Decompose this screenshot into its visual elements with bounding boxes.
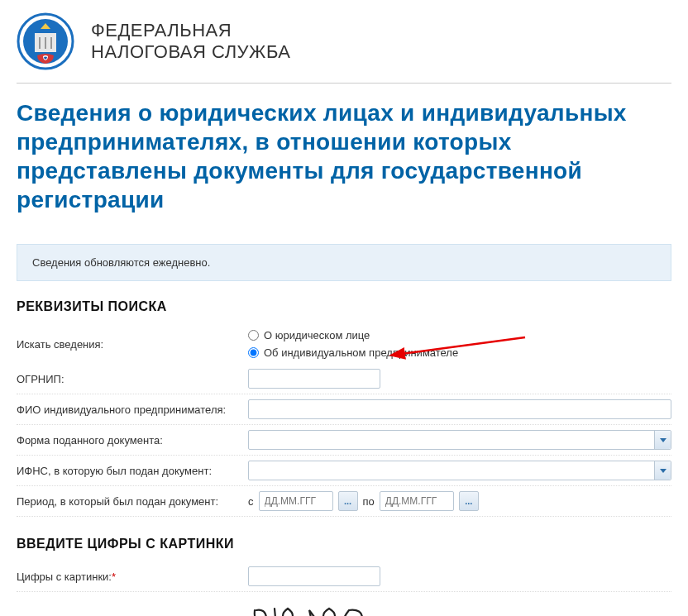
ogrnip-input[interactable] — [248, 369, 380, 389]
label-search-type: Искать сведения: — [17, 338, 248, 351]
captcha-section-title: ВВЕДИТЕ ЦИФРЫ С КАРТИНКИ — [17, 537, 671, 552]
doc-form-select[interactable] — [248, 430, 671, 450]
radio-legal-input[interactable] — [248, 330, 259, 341]
chevron-down-icon — [654, 431, 671, 449]
header: ФЕДЕРАЛЬНАЯ НАЛОГОВАЯ СЛУЖБА — [17, 0, 671, 84]
radio-legal-label: О юридическом лице — [264, 329, 370, 341]
radio-individual-input[interactable] — [248, 347, 259, 358]
row-search-type: Искать сведения: О юридическом лице Об и… — [17, 324, 671, 364]
captcha-image — [248, 600, 671, 616]
row-period: Период, в который был подан документ: с … — [17, 486, 671, 517]
chevron-down-icon — [654, 461, 671, 480]
org-title: ФЕДЕРАЛЬНАЯ НАЛОГОВАЯ СЛУЖБА — [91, 20, 291, 64]
org-line-2: НАЛОГОВАЯ СЛУЖБА — [91, 41, 291, 63]
org-line-1: ФЕДЕРАЛЬНАЯ — [91, 20, 291, 41]
row-ifns: ИФНС, в которую был подан документ: — [17, 456, 671, 486]
search-section-title: РЕКВИЗИТЫ ПОИСКА — [17, 299, 671, 314]
period-to-input[interactable] — [380, 491, 454, 511]
page-title: Сведения о юридических лицах и индивидуа… — [17, 84, 671, 229]
label-period: Период, в который был подан документ: — [17, 495, 248, 508]
ifns-select[interactable] — [248, 461, 671, 480]
radio-legal-entity[interactable]: О юридическом лице — [248, 329, 458, 341]
label-ogrnip: ОГРНИП: — [17, 373, 248, 385]
label-ifns: ИФНС, в которую был подан документ: — [17, 465, 248, 477]
period-to-picker-button[interactable]: ... — [459, 491, 479, 511]
period-from-input[interactable] — [259, 491, 333, 511]
label-captcha: Цифры с картинки:* — [17, 571, 248, 583]
captcha-section: ВВЕДИТЕ ЦИФРЫ С КАРТИНКИ Цифры с картинк… — [17, 537, 671, 616]
period-from-picker-button[interactable]: ... — [338, 491, 358, 511]
label-fio: ФИО индивидуального предпринимателя: — [17, 404, 248, 416]
row-captcha: Цифры с картинки:* — [17, 561, 671, 592]
radio-group-entity-type: О юридическом лице Об индивидуальном пре… — [248, 329, 458, 359]
radio-individual-entrepreneur[interactable]: Об индивидуальном предпринимателе — [248, 346, 458, 359]
row-ogrnip: ОГРНИП: — [17, 364, 671, 394]
fns-logo-icon — [17, 12, 74, 70]
period-from-label: с — [248, 495, 254, 508]
row-fio: ФИО индивидуального предпринимателя: — [17, 394, 671, 425]
label-doc-form: Форма поданного документа: — [17, 434, 248, 446]
captcha-input[interactable] — [248, 566, 380, 586]
radio-individual-label: Об индивидуальном предпринимателе — [264, 346, 458, 359]
update-notice: Сведения обновляются ежедневно. — [17, 244, 671, 281]
fio-input[interactable] — [248, 399, 671, 419]
period-to-label: по — [363, 495, 375, 508]
row-doc-form: Форма поданного документа: — [17, 425, 671, 456]
search-section: РЕКВИЗИТЫ ПОИСКА Искать сведения: О юрид… — [17, 299, 671, 517]
required-mark: * — [112, 571, 116, 583]
